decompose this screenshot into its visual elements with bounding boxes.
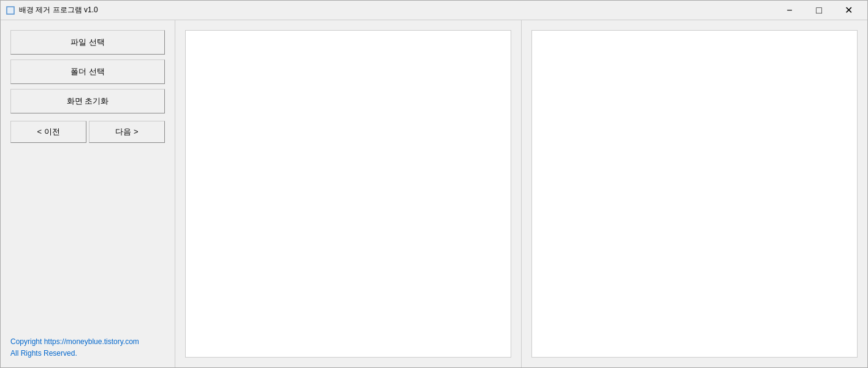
button-group: 파일 선택 폴더 선택 화면 초기화 [10, 30, 165, 113]
prev-button[interactable]: < 이전 [10, 121, 86, 143]
copyright-area: Copyright https://moneyblue.tistory.com … [10, 328, 165, 367]
right-panel [522, 20, 867, 367]
title-bar-title: 배경 제거 프로그램 v1.0 [19, 5, 98, 15]
app-icon [6, 6, 15, 15]
main-window: 배경 제거 프로그램 v1.0 − □ ✕ 파일 선택 폴더 선택 화면 초기화… [0, 0, 868, 368]
next-button[interactable]: 다음 > [89, 121, 165, 143]
result-image-canvas [531, 30, 858, 358]
original-image-canvas [185, 30, 511, 358]
navigation-buttons: < 이전 다음 > [10, 121, 165, 143]
title-bar: 배경 제거 프로그램 v1.0 − □ ✕ [1, 1, 867, 20]
file-select-button[interactable]: 파일 선택 [10, 30, 165, 55]
main-content: 파일 선택 폴더 선택 화면 초기화 < 이전 다음 > Copyright h… [1, 20, 867, 367]
title-bar-controls: − □ ✕ [775, 1, 862, 20]
copyright-link[interactable]: Copyright https://moneyblue.tistory.com [10, 337, 165, 346]
svg-rect-1 [7, 7, 13, 13]
minimize-button[interactable]: − [775, 1, 804, 20]
center-panel [175, 20, 522, 367]
folder-select-button[interactable]: 폴더 선택 [10, 59, 165, 84]
maximize-button[interactable]: □ [805, 1, 833, 20]
close-button[interactable]: ✕ [834, 1, 862, 20]
reset-button[interactable]: 화면 초기화 [10, 89, 165, 113]
title-bar-left: 배경 제거 프로그램 v1.0 [6, 5, 98, 15]
left-panel: 파일 선택 폴더 선택 화면 초기화 < 이전 다음 > Copyright h… [1, 20, 175, 367]
copyright-text: All Rights Reserved. [10, 349, 77, 358]
